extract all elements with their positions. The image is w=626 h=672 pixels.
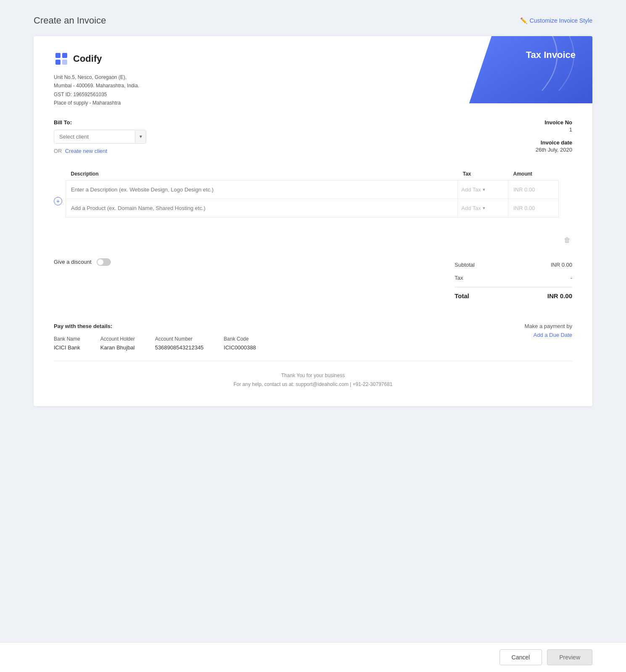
- address-line1: Unit No.5, Nesco, Goregaon (E),: [54, 73, 139, 81]
- bottom-section: Give a discount Subtotal INR 0.00 Tax - …: [34, 250, 592, 303]
- company-info-block: Codify Unit No.5, Nesco, Goregaon (E), M…: [54, 51, 139, 108]
- totals-section: Subtotal INR 0.00 Tax - Total INR 0.00: [455, 258, 572, 303]
- make-payment-label: Make a payment by: [525, 323, 572, 329]
- delete-row2-button[interactable]: 🗑: [562, 236, 572, 244]
- total-value: INR 0.00: [547, 292, 572, 299]
- bill-section: Bill To: ▾ OR Create new client Invoice …: [34, 108, 592, 154]
- select-client-dropdown-btn[interactable]: ▾: [135, 130, 146, 143]
- table-outer: + Description Tax Amount: [54, 168, 572, 250]
- add-due-date-link[interactable]: Add a Due Date: [525, 332, 572, 338]
- bank-code-col: Bank Code ICIC0000388: [224, 336, 256, 351]
- account-number-value: 5368908543212345: [155, 344, 204, 351]
- address-line2: Mumbai - 400069. Maharashtra, India.: [54, 81, 139, 90]
- items-section: + Description Tax Amount: [34, 154, 592, 250]
- add-row-button[interactable]: +: [54, 197, 62, 205]
- row1-desc-cell[interactable]: [66, 180, 458, 199]
- company-name: Codify: [73, 53, 102, 64]
- bank-name-header: Bank Name: [54, 336, 80, 342]
- or-create-section: OR Create new client: [54, 148, 488, 154]
- svg-rect-1: [62, 53, 67, 58]
- row1-tax-selector[interactable]: Add Tax ▾: [458, 186, 508, 193]
- bank-name-col: Bank Name ICICI Bank: [54, 336, 80, 351]
- invoice-top: Codify Unit No.5, Nesco, Goregaon (E), M…: [34, 36, 592, 108]
- add-row-icon: +: [54, 197, 62, 205]
- row2-tax-selector[interactable]: Add Tax ▾: [458, 205, 508, 211]
- row1-tax-chevron-icon: ▾: [483, 187, 485, 192]
- discount-label: Give a discount: [54, 259, 92, 265]
- bill-to-left: Bill To: ▾ OR Create new client: [54, 119, 488, 154]
- col-amount: Amount: [508, 168, 559, 181]
- company-logo: Codify: [54, 51, 139, 66]
- payment-table: Bank Name ICICI Bank Account Holder Kara…: [54, 336, 256, 351]
- account-holder-col: Account Holder Karan Bhujbal: [100, 336, 135, 351]
- row2-amount: INR 0.00: [508, 199, 558, 217]
- account-number-header: Account Number: [155, 336, 204, 342]
- payment-left: Pay with these details: Bank Name ICICI …: [54, 323, 256, 351]
- row2-desc-cell[interactable]: [66, 199, 458, 217]
- payment-title: Pay with these details:: [54, 323, 256, 329]
- subtotal-label: Subtotal: [455, 262, 475, 268]
- subtotal-row: Subtotal INR 0.00: [455, 258, 572, 271]
- row1-amount-cell: INR 0.00: [508, 180, 559, 199]
- svg-rect-3: [62, 60, 67, 65]
- account-number-col: Account Number 5368908543212345: [155, 336, 204, 351]
- discount-toggle[interactable]: [97, 258, 111, 266]
- invoice-card: Codify Unit No.5, Nesco, Goregaon (E), M…: [34, 36, 592, 406]
- invoice-date-label: Invoice date: [488, 139, 572, 146]
- tax-label: Tax: [455, 275, 463, 281]
- tax-row: Tax -: [455, 271, 572, 284]
- total-label: Total: [455, 292, 469, 299]
- bank-code-header: Bank Code: [224, 336, 256, 342]
- row2-tax-cell[interactable]: Add Tax ▾: [458, 199, 508, 217]
- blue-diagonal-svg: [466, 36, 592, 103]
- codify-logo-icon: [54, 51, 69, 66]
- payment-right: Make a payment by Add a Due Date: [525, 323, 572, 338]
- payment-section: Pay with these details: Bank Name ICICI …: [34, 303, 592, 351]
- row2-tax-placeholder: Add Tax: [461, 205, 481, 211]
- create-new-client-link[interactable]: Create new client: [65, 148, 107, 154]
- row1-tax-cell[interactable]: Add Tax ▾: [458, 180, 508, 199]
- preview-button[interactable]: Preview: [547, 649, 592, 665]
- discount-section: Give a discount: [54, 258, 111, 266]
- bank-name-value: ICICI Bank: [54, 344, 80, 351]
- items-table: Description Tax Amount Add: [66, 168, 559, 218]
- svg-marker-4: [466, 36, 592, 103]
- total-row: Total INR 0.00: [455, 287, 572, 303]
- row1-desc-input[interactable]: [66, 181, 458, 199]
- tax-invoice-label: Tax Invoice: [526, 50, 576, 60]
- table-row: Add Tax ▾ INR 0.00: [66, 199, 559, 217]
- add-row-area: +: [54, 168, 62, 205]
- bill-to-label: Bill To:: [54, 119, 488, 126]
- or-text: OR: [54, 148, 62, 154]
- table-row: Add Tax ▾ INR 0.00: [66, 180, 559, 199]
- items-table-main: Description Tax Amount Add: [66, 168, 559, 218]
- invoice-footer: Thank You for your business For any help…: [34, 361, 592, 389]
- select-client-wrapper[interactable]: ▾: [54, 130, 146, 144]
- place-of-supply: Place of supply - Maharashtra: [54, 99, 139, 107]
- invoice-no-label: Invoice No: [488, 119, 572, 126]
- bank-code-value: ICIC0000388: [224, 344, 256, 351]
- row2-tax-chevron-icon: ▾: [483, 205, 485, 211]
- invoice-no-value: 1: [488, 126, 572, 133]
- col-description: Description: [66, 168, 458, 181]
- gst-id: GST ID: 196592561035: [54, 90, 139, 99]
- row2-desc-input[interactable]: [66, 199, 458, 217]
- subtotal-value: INR 0.00: [551, 262, 572, 268]
- invoice-date-value: 26th July, 2020: [488, 147, 572, 153]
- account-holder-value: Karan Bhujbal: [100, 344, 135, 351]
- page-header: Create an Invoice Customize Invoice Styl…: [0, 0, 626, 36]
- select-client-input[interactable]: [54, 130, 135, 143]
- bottom-bar: Cancel Preview: [0, 642, 626, 672]
- cancel-button[interactable]: Cancel: [500, 649, 542, 665]
- invoice-header-right: Tax Invoice: [466, 36, 592, 103]
- tax-value: -: [571, 275, 572, 281]
- customize-invoice-style-link[interactable]: Customize Invoice Style: [520, 17, 592, 24]
- invoice-meta: Invoice No 1 Invoice date 26th July, 202…: [488, 119, 572, 153]
- account-holder-header: Account Holder: [100, 336, 135, 342]
- svg-rect-2: [55, 60, 60, 65]
- row1-amount: INR 0.00: [508, 181, 558, 199]
- company-address: Unit No.5, Nesco, Goregaon (E), Mumbai -…: [54, 73, 139, 108]
- page-title: Create an Invoice: [34, 15, 106, 26]
- col-tax: Tax: [458, 168, 508, 181]
- row2-amount-cell: INR 0.00: [508, 199, 559, 217]
